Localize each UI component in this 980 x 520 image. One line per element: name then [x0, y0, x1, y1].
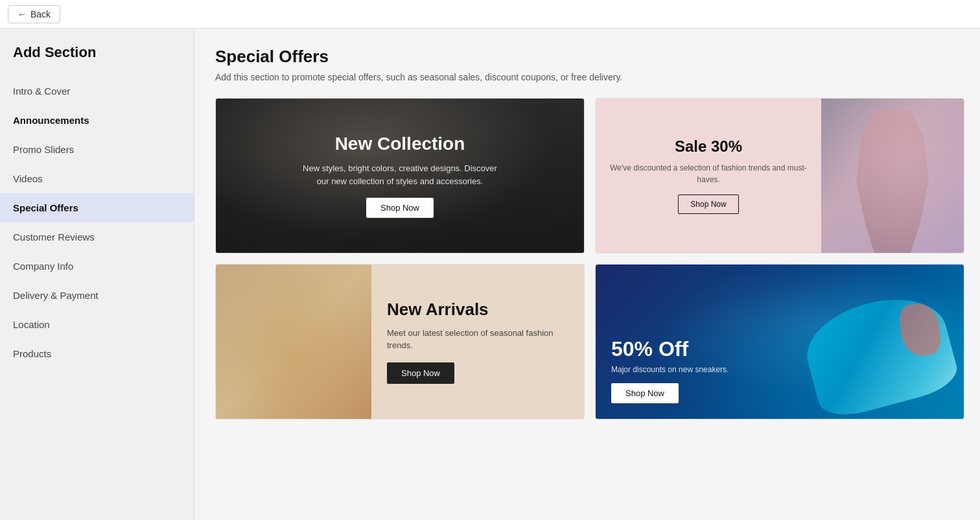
back-button[interactable]: ← Back	[8, 5, 60, 23]
sidebar-item-label: Announcements	[13, 115, 89, 126]
sidebar-item-label: Company Info	[13, 261, 73, 272]
card-arrivals-left	[216, 265, 371, 419]
card-sneakers-button[interactable]: Shop Now	[611, 383, 679, 403]
card-sneakers[interactable]: 50% Off Major discounts on new sneakers.…	[595, 264, 964, 420]
sidebar-item-intro-cover[interactable]: Intro & Cover	[0, 77, 194, 106]
main-layout: Add Section Intro & Cover Announcements …	[0, 29, 980, 520]
card-sale-button[interactable]: Shop Now	[678, 195, 738, 214]
section-header: Special Offers Add this section to promo…	[215, 47, 964, 82]
sidebar-item-label: Customer Reviews	[13, 231, 95, 242]
sidebar-item-announcements[interactable]: Announcements	[0, 106, 194, 135]
card-arrivals-button[interactable]: Shop Now	[387, 362, 454, 384]
sidebar: Add Section Intro & Cover Announcements …	[0, 29, 194, 520]
card-new-collection-content: New Collection New styles, bright colors…	[303, 134, 497, 218]
sidebar-item-label: Intro & Cover	[13, 86, 70, 97]
model-silhouette	[847, 110, 938, 253]
sidebar-item-label: Special Offers	[13, 202, 78, 213]
sidebar-item-label: Delivery & Payment	[13, 290, 99, 301]
card-new-collection-title: New Collection	[303, 134, 497, 154]
sidebar-item-special-offers[interactable]: Special Offers	[0, 193, 194, 222]
sidebar-item-videos[interactable]: Videos	[0, 164, 194, 193]
back-label: Back	[30, 9, 51, 19]
sidebar-item-customer-reviews[interactable]: Customer Reviews	[0, 222, 194, 252]
back-arrow-icon: ←	[18, 9, 27, 19]
sidebar-item-promo-sliders[interactable]: Promo Sliders	[0, 135, 194, 164]
card-arrivals-right: New Arrivals Meet our latest selection o…	[371, 265, 584, 419]
top-bar: ← Back	[0, 0, 980, 29]
sidebar-item-products[interactable]: Products	[0, 339, 194, 368]
sidebar-item-label: Location	[13, 319, 50, 330]
card-sneakers-title: 50% Off	[611, 337, 948, 361]
sidebar-item-company-info[interactable]: Company Info	[0, 252, 194, 281]
cards-grid: New Collection New styles, bright colors…	[215, 98, 964, 420]
sidebar-item-label: Promo Sliders	[13, 144, 74, 155]
card-sale-right	[821, 99, 964, 253]
card-sneakers-content: 50% Off Major discounts on new sneakers.…	[611, 337, 948, 403]
card-arrivals[interactable]: New Arrivals Meet our latest selection o…	[215, 264, 585, 420]
sidebar-item-label: Products	[13, 348, 51, 359]
content-area: Special Offers Add this section to promo…	[194, 29, 980, 520]
section-description: Add this section to promote special offe…	[215, 72, 964, 82]
card-arrivals-title: New Arrivals	[387, 300, 489, 320]
card-sale-left: Sale 30% We've discounted a selection of…	[596, 99, 821, 253]
card-new-collection-button[interactable]: Shop Now	[366, 198, 434, 218]
section-title: Special Offers	[215, 47, 964, 67]
card-new-collection[interactable]: New Collection New styles, bright colors…	[215, 98, 585, 254]
sidebar-item-label: Videos	[13, 173, 43, 184]
card-sale-title: Sale 30%	[675, 137, 742, 156]
card-new-collection-subtitle: New styles, bright colors, creative desi…	[303, 162, 497, 187]
card-sale-subtitle: We've discounted a selection of fashion …	[606, 162, 811, 185]
card-sneakers-subtitle: Major discounts on new sneakers.	[611, 365, 948, 374]
card-arrivals-subtitle: Meet our latest selection of seasonal fa…	[387, 327, 568, 352]
card-sale[interactable]: Sale 30% We've discounted a selection of…	[595, 98, 964, 254]
sidebar-item-location[interactable]: Location	[0, 310, 194, 339]
sidebar-title: Add Section	[0, 44, 194, 77]
sidebar-item-delivery-payment[interactable]: Delivery & Payment	[0, 281, 194, 310]
